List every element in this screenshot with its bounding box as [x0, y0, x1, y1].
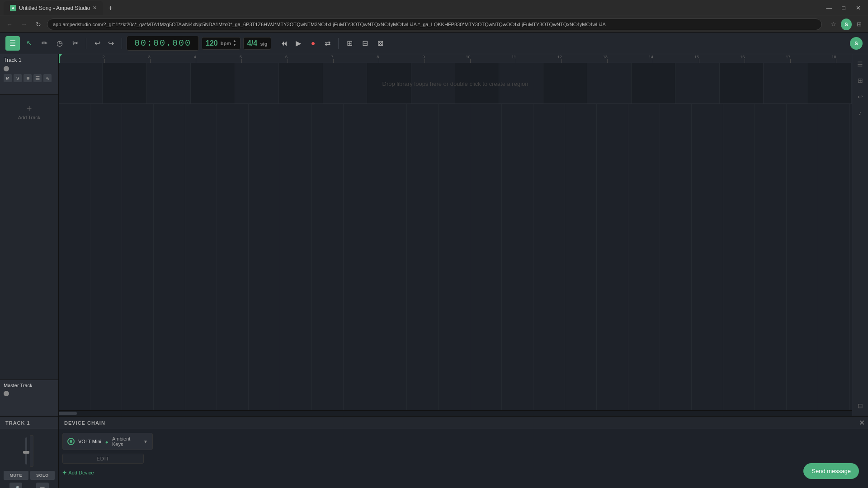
forward-button[interactable]: → — [18, 19, 30, 30]
active-tab[interactable]: A Untitled Song - Amped Studio ✕ — [4, 1, 103, 15]
master-volume-knob[interactable] — [4, 391, 9, 396]
track1-solo-btn[interactable]: S — [14, 74, 22, 82]
grid-tool-2[interactable]: ⊟ — [359, 37, 371, 50]
track1-lane[interactable]: Drop library loops here or double click … — [59, 63, 852, 104]
ruler-mark-15: 15 — [699, 59, 699, 63]
h-scrollbar[interactable] — [59, 410, 852, 416]
add-track-label: Add Track — [18, 115, 41, 120]
reload-button[interactable]: ↻ — [33, 19, 44, 30]
restore-button[interactable]: □ — [837, 2, 850, 14]
grid-cell-2 — [103, 63, 146, 103]
ruler-mark-14: 14 — [653, 59, 653, 63]
time-signature[interactable]: 4/4 sig — [243, 37, 272, 50]
profile-button[interactable]: S — [841, 19, 852, 30]
window-controls: — □ ✕ — [823, 2, 864, 14]
mic-button[interactable]: 🎤 — [9, 483, 22, 488]
tab-favicon: A — [10, 5, 16, 11]
time-tool-button[interactable]: ◷ — [53, 37, 66, 50]
device-power-button[interactable] — [67, 438, 75, 445]
bpm-display[interactable]: 120 bpm ▲ ▼ — [202, 37, 241, 50]
sidebar-icon-2[interactable]: ⊞ — [854, 74, 867, 87]
pencil-tool-button[interactable]: ✏ — [38, 37, 51, 50]
eq-button[interactable]: ☰ — [36, 483, 49, 488]
ruler-mark-13: 13 — [607, 59, 608, 63]
device-chain-label: DEVICE CHAIN — [59, 420, 855, 426]
device-edit-button[interactable]: EDIT — [62, 454, 144, 464]
transport-controls: ⏮ ▶ ● ⇄ — [278, 37, 334, 50]
bottom-track-label: TRACK 1 — [0, 417, 59, 429]
grid-tool-3[interactable]: ⊠ — [374, 37, 387, 50]
grid-cell-11 — [499, 63, 543, 103]
select-tool-button[interactable]: ↖ — [23, 37, 35, 50]
mixer-meter — [30, 435, 33, 467]
track1-arm-btn[interactable]: ⏺ — [24, 74, 32, 82]
h-scrollbar-thumb[interactable] — [59, 412, 77, 415]
grid-cell-16 — [720, 63, 764, 103]
mute-button[interactable]: MUTE — [4, 471, 28, 480]
toolbar-divider-3 — [338, 38, 339, 49]
solo-button[interactable]: SOLO — [30, 471, 55, 480]
device-connector-icon: ⬥ — [105, 438, 108, 445]
grid-cell-8 — [367, 63, 411, 103]
send-message-button[interactable]: Send message — [803, 463, 859, 479]
mixer-fader-area — [4, 432, 55, 468]
track1-controls: M S ⏺ ☰ ∿ — [4, 74, 55, 82]
grid-cell-1 — [59, 63, 103, 103]
toolbar: ☰ ↖ ✏ ◷ ✂ ↩ ↪ 00:00.000 120 bpm ▲ ▼ 4/4 … — [0, 33, 868, 54]
address-bar[interactable]: app.ampedstudio.com/?_gl=1*zkt20c*_ga*MT… — [47, 19, 822, 30]
time-sig-suffix: sig — [260, 41, 268, 47]
sidebar-icon-3[interactable]: ↩ — [854, 90, 867, 103]
master-track-header: Master Track — [0, 380, 58, 416]
bpm-unit: bpm — [221, 41, 231, 46]
new-tab-button[interactable]: + — [105, 3, 116, 14]
ruler-mark-5: 5 — [241, 59, 242, 63]
menu-button[interactable]: ☰ — [5, 36, 20, 51]
track1-eq-btn[interactable]: ☰ — [33, 74, 42, 82]
toolbar-right: S — [850, 37, 863, 50]
sidebar-icon-5[interactable]: ⊟ — [854, 399, 867, 412]
record-button[interactable]: ● — [307, 37, 319, 50]
grid-cell-10 — [455, 63, 499, 103]
device-preset-arrow[interactable]: ▼ — [143, 439, 148, 444]
play-button[interactable]: ▶ — [292, 37, 305, 50]
ruler-mark-11: 11 — [516, 59, 516, 63]
toolbar-user-avatar[interactable]: S — [850, 37, 863, 50]
sidebar-icon-1[interactable]: ☰ — [854, 58, 867, 70]
grid-cell-7 — [323, 63, 367, 103]
add-device-button[interactable]: + Add Device — [62, 467, 864, 478]
playhead-triangle — [59, 54, 62, 58]
ruler-mark-3: 3 — [150, 59, 151, 63]
track1-volume-knob[interactable] — [4, 66, 9, 71]
ruler-mark-17: 17 — [790, 59, 791, 63]
device-power-dot — [70, 440, 72, 443]
grid-cell-9 — [411, 63, 455, 103]
grid-tool-1[interactable]: ⊞ — [343, 37, 356, 50]
ruler-mark-7: 7 — [333, 59, 334, 63]
timeline-ruler: 123456789101112131415161718 — [59, 54, 852, 63]
sidebar-icon-4[interactable]: ♪ — [854, 107, 867, 119]
add-device-label: Add Device — [68, 470, 94, 475]
mute-solo-row: MUTE SOLO — [4, 471, 55, 480]
undo-button[interactable]: ↩ — [91, 37, 104, 50]
minimize-button[interactable]: — — [823, 2, 835, 14]
ruler-mark-6: 6 — [288, 59, 288, 63]
track1-mute-btn[interactable]: M — [4, 74, 12, 82]
cut-tool-button[interactable]: ✂ — [69, 37, 81, 50]
extensions-button[interactable]: ⊞ — [854, 19, 864, 30]
tab-close-btn[interactable]: ✕ — [93, 5, 97, 11]
bookmark-button[interactable]: ☆ — [828, 19, 839, 30]
rewind-button[interactable]: ⏮ — [278, 37, 290, 50]
ruler-mark-2: 2 — [104, 59, 105, 63]
add-track-area[interactable]: + Add Track — [0, 95, 58, 380]
track1-wave-btn[interactable]: ∿ — [43, 74, 52, 82]
close-bottom-panel-button[interactable]: ✕ — [855, 417, 868, 429]
loop-button[interactable]: ⇄ — [321, 37, 334, 50]
fader-handle[interactable] — [23, 451, 29, 454]
close-window-button[interactable]: ✕ — [852, 2, 864, 14]
ruler-mark-8: 8 — [379, 59, 379, 63]
ruler-mark-18: 18 — [836, 59, 836, 63]
back-button[interactable]: ← — [4, 19, 15, 30]
right-sidebar: ☰ ⊞ ↩ ♪ ⊟ — [852, 54, 868, 416]
bottom-icons-row: 🎤 ☰ — [4, 483, 55, 488]
redo-button[interactable]: ↪ — [104, 37, 117, 50]
